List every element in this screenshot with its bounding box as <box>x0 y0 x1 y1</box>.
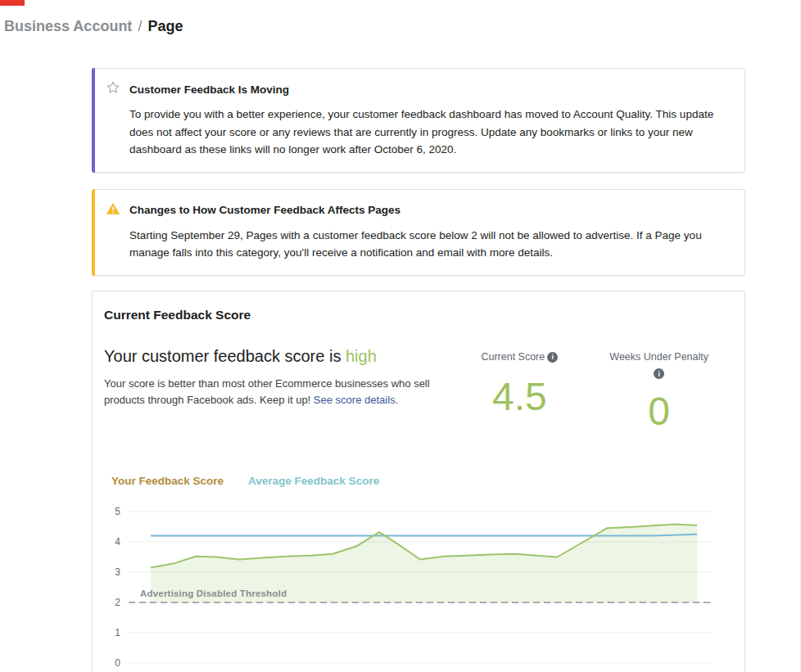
current-score-metric: Current Scorei 4.5 <box>473 350 565 435</box>
notice-body: To provide you with a better experience,… <box>129 106 728 159</box>
notice-feedback-changes: Changes to How Customer Feedback Affects… <box>92 189 745 276</box>
svg-text:0: 0 <box>115 657 120 669</box>
tab-your-feedback-score[interactable]: Your Feedback Score <box>111 475 224 487</box>
tab-average-feedback-score[interactable]: Average Feedback Score <box>248 475 379 487</box>
info-icon[interactable]: i <box>654 368 664 379</box>
current-score-label-text: Current Score <box>481 351 545 363</box>
svg-text:1: 1 <box>115 627 120 638</box>
current-score-label: Current Scorei <box>473 350 565 365</box>
score-card-heading: Current Feedback Score <box>104 308 723 322</box>
red-marker <box>0 0 25 6</box>
star-icon <box>106 80 120 98</box>
info-icon[interactable]: i <box>547 352 558 363</box>
warning-icon <box>106 201 120 219</box>
weeks-under-penalty-value: 0 <box>609 389 708 434</box>
notice-body: Starting September 29, Pages with a cust… <box>129 227 728 262</box>
breadcrumb-business-account[interactable]: Business Account <box>4 18 132 34</box>
score-status-text: Your customer feedback score is <box>104 347 346 365</box>
svg-text:4: 4 <box>115 536 120 548</box>
svg-text:3: 3 <box>115 566 120 578</box>
score-status-value: high <box>346 347 377 365</box>
svg-text:Advertising Disabled Threshold: Advertising Disabled Threshold <box>140 589 287 598</box>
score-description: Your score is better than most other Eco… <box>104 376 468 408</box>
see-score-details-link[interactable]: See score details. <box>314 394 398 406</box>
notice-title: Changes to How Customer Feedback Affects… <box>129 204 400 216</box>
weeks-under-penalty-metric: Weeks Under Penaltyi 0 <box>609 350 708 435</box>
svg-text:5: 5 <box>115 506 120 517</box>
weeks-under-penalty-label-text: Weeks Under Penalty <box>609 351 708 363</box>
notice-title: Customer Feedback Is Moving <box>129 83 289 96</box>
breadcrumb-page: Page <box>147 18 183 34</box>
feedback-score-chart: 012345Advertising Disabled ThresholdJulA… <box>104 503 723 672</box>
notice-feedback-moving: Customer Feedback Is Moving To provide y… <box>92 68 745 173</box>
breadcrumb: Business Account/Page <box>0 0 800 35</box>
notice-header: Changes to How Customer Feedback Affects… <box>106 201 728 219</box>
notice-header: Customer Feedback Is Moving <box>106 80 728 98</box>
current-feedback-score-card: Current Feedback Score Your customer fee… <box>92 291 745 672</box>
score-metrics: Current Scorei 4.5 Weeks Under Penaltyi … <box>473 350 723 435</box>
score-status-block: Your customer feedback score is high You… <box>104 347 468 435</box>
breadcrumb-separator: / <box>138 18 142 34</box>
chart-series-tabs: Your Feedback Score Average Feedback Sco… <box>111 475 723 487</box>
main-content: Customer Feedback Is Moving To provide y… <box>92 68 745 672</box>
current-score-value: 4.5 <box>473 374 565 419</box>
score-status-line: Your customer feedback score is high <box>104 347 468 366</box>
page: Business Account/Page Customer Feedback … <box>0 0 800 672</box>
weeks-under-penalty-label: Weeks Under Penaltyi <box>609 350 708 380</box>
score-summary: Your customer feedback score is high You… <box>104 347 723 435</box>
svg-text:2: 2 <box>115 597 120 608</box>
